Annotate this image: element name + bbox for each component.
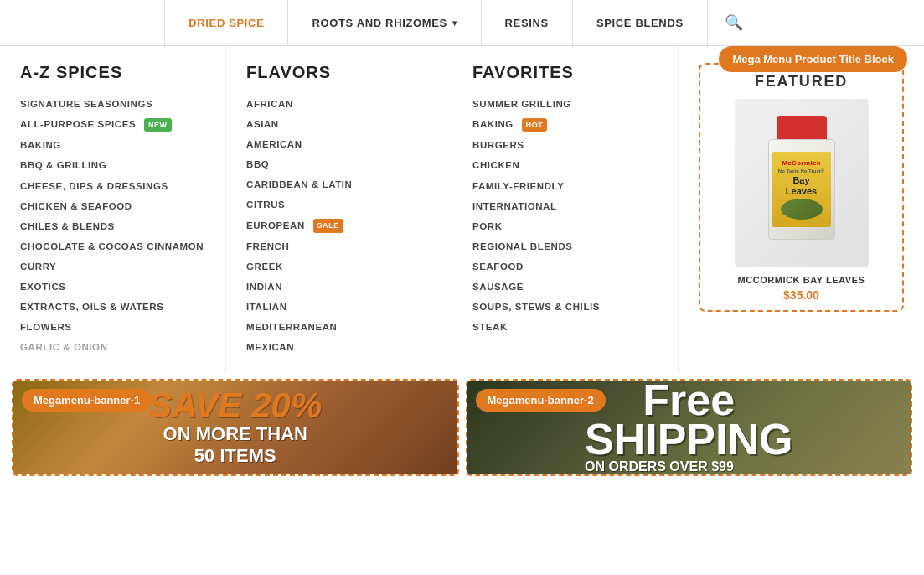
list-item[interactable]: EXOTICS (20, 277, 205, 297)
list-item[interactable]: FLOWERS (20, 317, 205, 337)
leaf-decoration (781, 199, 823, 220)
mega-menu-product-title-block: Mega Menu Product Title Block (719, 46, 907, 72)
list-item[interactable]: CHILES & BLENDS (20, 216, 205, 236)
list-item[interactable]: SOUPS, STEWS & CHILIS (472, 297, 658, 317)
banner-1-text: SAVE 20% ON MORE THAN50 ITEMS (148, 388, 322, 468)
search-icon[interactable]: 🔍 (708, 13, 760, 32)
nav-label-spice-blends: SPICE BLENDS (596, 17, 684, 29)
list-item[interactable]: BBQ & GRILLING (20, 155, 205, 175)
list-item[interactable]: MEXICAN (246, 337, 431, 357)
az-spices-title: A-Z SPICES (20, 63, 205, 82)
list-item[interactable]: CHICKEN & SEAFOOD (20, 196, 205, 216)
mega-menu: A-Z SPICES SIGNATURE SEASONINGS ALL-PURP… (0, 46, 924, 374)
banner-1[interactable]: SAVE 20% ON MORE THAN50 ITEMS Megamenu-b… (12, 379, 459, 476)
nav-label-resins: RESINS (505, 17, 549, 29)
product-name-on-label: BayLeaves (786, 175, 817, 197)
banner-1-label: Megamenu-banner-1 (22, 389, 152, 412)
list-item[interactable]: ALL-PURPOSE SPICES NEW (20, 114, 205, 135)
favorites-list: SUMMER GRILLING BAKING HOT BURGERS CHICK… (472, 94, 658, 337)
brand-name: McCormick (782, 159, 821, 167)
list-item[interactable]: SEAFOOD (472, 256, 658, 277)
flavors-title: FLAVORS (246, 63, 431, 82)
column-favorites: FAVORITES SUMMER GRILLING BAKING HOT BUR… (452, 46, 679, 374)
column-featured: FEATURED McCormick No Taste No Trust® Ba… (679, 46, 924, 374)
list-item[interactable]: GARLIC & ONION (20, 337, 205, 357)
bottle-cap (777, 116, 827, 139)
bottle-label: McCormick No Taste No Trust® BayLeaves (772, 152, 831, 227)
bottle-body: McCormick No Taste No Trust® BayLeaves (768, 139, 835, 240)
list-item[interactable]: SIGNATURE SEASONINGS (20, 94, 205, 114)
nav-label-roots: ROOTS AND RHIZOMES (312, 17, 447, 29)
az-spices-list: SIGNATURE SEASONINGS ALL-PURPOSE SPICES … (20, 94, 205, 357)
list-item[interactable]: INTERNATIONAL (472, 196, 658, 216)
product-title: MCCORMICK BAY LEAVES (738, 275, 865, 285)
banner-2-subtext: ON ORDERS OVER $99 (585, 459, 734, 474)
list-item[interactable]: FRENCH (246, 236, 431, 256)
list-item[interactable]: SAUSAGE (472, 277, 658, 297)
nav-item-dried-spice[interactable]: DRIED SPICE (164, 0, 288, 45)
banner-2[interactable]: FreeSHIPPING ON ORDERS OVER $99 Megamenu… (466, 379, 913, 476)
nav-label-dried-spice: DRIED SPICE (188, 17, 264, 29)
favorites-title: FAVORITES (472, 63, 658, 82)
list-item[interactable]: STEAK (472, 317, 658, 337)
nav-item-resins[interactable]: RESINS (482, 0, 573, 45)
banner-2-headline: FreeSHIPPING (585, 381, 793, 459)
featured-title: FEATURED (755, 73, 848, 91)
chevron-down-icon: ▾ (452, 18, 457, 28)
list-item[interactable]: BURGERS (472, 135, 658, 155)
banners-section: SAVE 20% ON MORE THAN50 ITEMS Megamenu-b… (0, 374, 924, 481)
flavors-list: AFRICAN ASIAN AMERICAN BBQ CARIBBEAN & L… (246, 94, 431, 357)
featured-product-box: FEATURED McCormick No Taste No Trust® Ba… (699, 63, 904, 312)
list-item[interactable]: PORK (472, 216, 658, 236)
list-item[interactable]: INDIAN (246, 277, 431, 297)
banner-2-label: Megamenu-banner-2 (476, 389, 606, 412)
list-item[interactable]: AFRICAN (246, 94, 431, 114)
tagline: No Taste No Trust® (778, 168, 824, 174)
list-item[interactable]: CITRUS (246, 194, 431, 215)
product-image[interactable]: McCormick No Taste No Trust® BayLeaves (735, 99, 869, 267)
list-item[interactable]: EUROPEAN SALE (246, 215, 431, 236)
product-price: $35.00 (783, 288, 819, 302)
list-item[interactable]: BAKING HOT (472, 114, 658, 135)
top-navigation: DRIED SPICE ROOTS AND RHIZOMES ▾ RESINS … (0, 0, 924, 46)
list-item[interactable]: CURRY (20, 256, 205, 277)
list-item[interactable]: ITALIAN (246, 297, 431, 317)
list-item[interactable]: REGIONAL BLENDS (472, 236, 658, 256)
column-flavors: FLAVORS AFRICAN ASIAN AMERICAN BBQ CARIB… (226, 46, 452, 374)
list-item[interactable]: BAKING (20, 135, 205, 155)
new-badge: NEW (144, 118, 172, 132)
banner-1-subtext: ON MORE THAN50 ITEMS (148, 423, 322, 468)
list-item[interactable]: BBQ (246, 154, 431, 174)
nav-item-roots[interactable]: ROOTS AND RHIZOMES ▾ (288, 0, 481, 45)
list-item[interactable]: FAMILY-FRIENDLY (472, 176, 658, 196)
list-item[interactable]: ASIAN (246, 114, 431, 134)
banner-1-headline: SAVE 20% (148, 388, 322, 423)
nav-item-spice-blends[interactable]: SPICE BLENDS (573, 0, 708, 45)
list-item[interactable]: CHOCOLATE & COCOAS CINNAMON (20, 236, 205, 256)
list-item[interactable]: GREEK (246, 256, 431, 277)
column-az-spices: A-Z SPICES SIGNATURE SEASONINGS ALL-PURP… (0, 46, 226, 374)
list-item[interactable]: CARIBBEAN & LATIN (246, 174, 431, 194)
list-item[interactable]: SUMMER GRILLING (472, 94, 658, 114)
list-item[interactable]: CHEESE, DIPS & DRESSINGS (20, 176, 205, 196)
banner-2-text: FreeSHIPPING ON ORDERS OVER $99 (585, 381, 793, 474)
sale-badge: SALE (313, 219, 343, 233)
hot-badge: HOT (522, 118, 548, 132)
list-item[interactable]: MEDITERRANEAN (246, 317, 431, 337)
list-item[interactable]: EXTRACTS, OILS & WATERS (20, 297, 205, 317)
product-bottle: McCormick No Taste No Trust® BayLeaves (764, 116, 839, 250)
list-item[interactable]: CHICKEN (472, 155, 658, 175)
list-item[interactable]: AMERICAN (246, 134, 431, 154)
